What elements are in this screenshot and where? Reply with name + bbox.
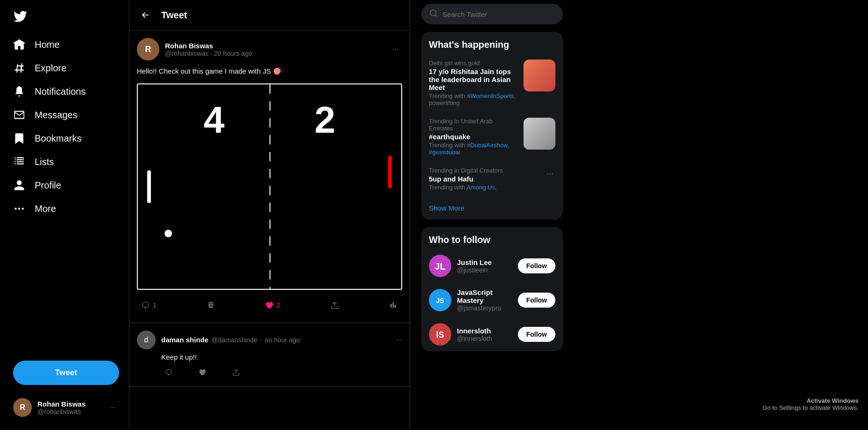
pong-game-image: 4 2 [137, 83, 402, 290]
share-button[interactable] [326, 297, 344, 313]
follow-button-jsmastery[interactable]: Follow [518, 293, 555, 308]
follow-user-info-jsmastery: JavaScript Mastery @jsmasterypro [457, 288, 512, 312]
follow-avatar-jsmastery: JS [429, 289, 451, 311]
sidebar-nav: Home Explore Notifications Messages Book… [6, 33, 123, 353]
trending-item-5up[interactable]: Trending in Digital Creators 5up and Haf… [421, 161, 563, 196]
search-bar[interactable] [421, 4, 563, 24]
trending-title-earthquake: #earthquake [429, 133, 518, 141]
follow-button-justin[interactable]: Follow [518, 258, 555, 273]
follow-avatar-innersloth: IS [429, 323, 451, 346]
profile-bar[interactable]: R Rohan Biswas @rohanbiswas ··· [6, 392, 123, 422]
sidebar-item-more-label: More [35, 204, 56, 214]
follow-item-jsmastery[interactable]: JS JavaScript Mastery @jsmasterypro Foll… [421, 283, 563, 317]
search-icon [429, 9, 438, 19]
bookmark-icon [13, 132, 25, 144]
sidebar-item-bookmarks-label: Bookmarks [35, 133, 82, 144]
svg-rect-3 [390, 304, 392, 308]
svg-rect-4 [392, 302, 394, 308]
trending-title: What's happening [421, 32, 563, 54]
tweet-header: Tweet [129, 0, 410, 30]
trending-context-delhi: Delhi girl wins gold [429, 60, 518, 67]
reply-comment-btn[interactable] [161, 366, 176, 379]
tweet-author-avatar: R [137, 38, 159, 60]
analytics-button[interactable] [384, 297, 402, 313]
trending-title-5up: 5up and Hafu [429, 175, 545, 183]
sidebar-item-explore-label: Explore [35, 63, 67, 74]
sidebar-item-bookmarks[interactable]: Bookmarks [6, 127, 123, 150]
sidebar-item-explore[interactable]: Explore [6, 56, 123, 80]
tweet-button[interactable]: Tweet [13, 361, 119, 385]
trending-thumb-delhi [524, 60, 555, 91]
back-button[interactable] [137, 7, 154, 23]
follow-user-handle-justin: @justleein [457, 266, 512, 274]
sidebar-item-messages[interactable]: Messages [6, 103, 123, 127]
trending-sub-delhi: Trending with #WomenInSports, powerlifti… [429, 92, 518, 106]
follow-user-name-jsmastery: JavaScript Mastery [457, 288, 512, 304]
left-sidebar: Home Explore Notifications Messages Book… [0, 0, 129, 430]
trending-card: What's happening Delhi girl wins gold 17… [421, 32, 563, 219]
follow-user-name-innersloth: Innersloth [457, 327, 512, 335]
trending-more-button-5up[interactable]: ··· [545, 167, 555, 181]
svg-text:JL: JL [434, 261, 445, 272]
follow-button-innersloth[interactable]: Follow [518, 327, 555, 342]
pong-score-right: 2 [314, 98, 336, 142]
sidebar-item-home[interactable]: Home [6, 33, 123, 56]
follow-item-innersloth[interactable]: IS Innersloth @innersloth Follow [421, 317, 563, 351]
reply-time: · [260, 336, 262, 344]
trending-item-delhi[interactable]: Delhi girl wins gold 17 y/o Rishitaa Jai… [421, 54, 563, 112]
sidebar-item-profile[interactable]: Profile [6, 174, 123, 197]
tweet-author-handle: @rohanbiswas · 20 hours ago [165, 50, 383, 57]
svg-text:JS: JS [436, 297, 444, 304]
trending-context-earthquake: Trending in United Arab Emirates [429, 118, 518, 132]
sidebar-item-lists-label: Lists [35, 157, 54, 167]
sidebar-item-notifications-label: Notifications [35, 86, 86, 97]
follow-user-info-innersloth: Innersloth @innersloth [457, 327, 512, 342]
trending-item-info-delhi: Delhi girl wins gold 17 y/o Rishitaa Jai… [429, 60, 518, 106]
who-to-follow-card: Who to follow JL Justin Lee @justleein F… [421, 227, 563, 351]
sidebar-item-notifications[interactable]: Notifications [6, 80, 123, 103]
reply-text: Keep it up!! [161, 353, 402, 361]
tweet-text: Hello!! Check out this game I made with … [137, 66, 402, 77]
reply-author-handle: @damanshinde [211, 336, 257, 344]
pong-divider [269, 84, 270, 289]
tweet-more-button[interactable]: ··· [389, 43, 402, 55]
main-tweet: R Rohan Biswas @rohanbiswas · 20 hours a… [129, 30, 410, 323]
main-content: Tweet R Rohan Biswas @rohanbiswas · 20 h… [129, 0, 410, 430]
like-button[interactable]: 2 [261, 297, 285, 313]
reply-author-name: daman shinde [161, 336, 209, 344]
svg-text:IS: IS [436, 330, 444, 339]
profile-bar-name: Rohan Biswas [37, 400, 104, 408]
reply-button[interactable]: 1 [137, 297, 161, 313]
reply-like-btn[interactable] [195, 366, 210, 379]
reply-analytics-btn[interactable] [262, 366, 277, 379]
follow-user-handle-jsmastery: @jsmasterypro [457, 304, 512, 312]
pong-score-left: 4 [204, 98, 225, 142]
sidebar-item-more[interactable]: More [6, 197, 123, 220]
svg-point-1 [18, 208, 20, 210]
pong-ball [165, 230, 172, 237]
reply-share-btn[interactable] [229, 366, 244, 379]
svg-point-0 [15, 208, 16, 210]
envelope-icon [13, 109, 25, 121]
show-more-button[interactable]: Show More [421, 196, 563, 219]
trending-item-earthquake[interactable]: Trending in United Arab Emirates #earthq… [421, 112, 563, 161]
reply-actions [161, 366, 402, 379]
pong-paddle-right [388, 156, 392, 189]
profile-bar-info: Rohan Biswas @rohanbiswas [37, 400, 104, 415]
trending-thumb-img-delhi [524, 60, 555, 91]
list-icon [13, 156, 25, 168]
tweet-author-name: Rohan Biswas [165, 42, 383, 50]
home-icon [13, 38, 25, 51]
hashtag-icon [13, 62, 25, 74]
sidebar-item-lists[interactable]: Lists [6, 150, 123, 174]
delete-button[interactable] [202, 297, 220, 313]
activate-windows-notice: Activate Windows Go to Settings to activ… [763, 397, 859, 411]
reply-author-info: daman shinde @damanshinde · an hour ago … [161, 336, 402, 344]
trending-thumb-earthquake [524, 118, 555, 150]
follow-item-justin[interactable]: JL Justin Lee @justleein Follow [421, 249, 563, 283]
twitter-logo[interactable] [6, 4, 123, 31]
reply-card: d daman shinde @damanshinde · an hour ag… [129, 323, 410, 387]
search-input[interactable] [442, 10, 555, 18]
tweet-author-row: R Rohan Biswas @rohanbiswas · 20 hours a… [137, 38, 402, 60]
reply-more-btn[interactable]: ··· [396, 336, 402, 344]
